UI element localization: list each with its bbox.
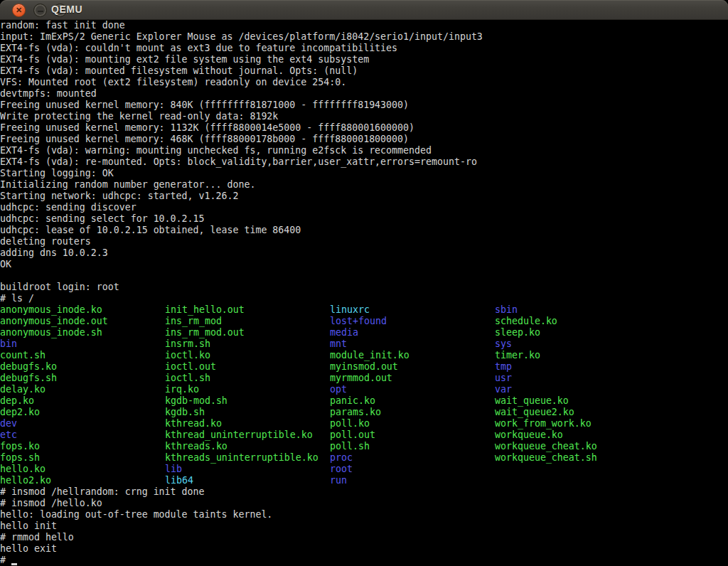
file-entry: myrmmod.out [330,373,392,384]
file-entry: hello.ko [0,464,46,475]
terminal-line: adding dns 10.0.2.3 [0,247,728,259]
terminal-line: Starting logging: OK [0,168,728,179]
ls-row: anonymous_inode.shins_rm_mod.outmediasle… [0,327,728,338]
terminal-line: hello init [0,520,728,532]
terminal-line: udhcpc: sending discover [0,202,728,213]
file-entry: schedule.ko [495,316,557,327]
ls-row: bininsrm.shmntsys [0,338,728,350]
terminal-screen[interactable]: random: fast init doneinput: ImExPS/2 Ge… [0,20,728,566]
prompt-line: # [0,555,728,566]
file-entry: poll.ko [330,418,370,429]
ls-row: fops.kokthreads.kopoll.shworkqueue_cheat… [0,441,728,452]
terminal-line: # rmmod hello [0,532,728,543]
terminal-line [0,270,728,282]
file-entry: anonymous_inode.out [0,316,108,327]
ls-row: count.shioctl.komodule_init.kotimer.ko [0,350,728,361]
ls-row: dep2.kokgdb.shparams.kowait_queue2.ko [0,407,728,418]
file-entry: sleep.ko [495,327,540,338]
ls-row: fops.shkthreads_uninterruptible.koprocwo… [0,452,728,464]
file-entry: insrm.sh [165,338,210,350]
file-entry: init_hello.out [165,304,245,316]
file-entry: kthreads.ko [165,441,228,452]
file-entry: myinsmod.out [330,361,398,373]
terminal-line: devtmpfs: mounted [0,88,728,100]
file-entry: sys [495,338,512,350]
file-entry: fops.sh [0,452,40,464]
file-entry: workqueue_cheat.sh [495,452,597,464]
file-entry: root [330,464,353,475]
terminal-line: EXT4-fs (vda): mounted filesystem withou… [0,65,728,77]
file-entry: ioctl.out [165,361,216,373]
file-entry: dep.ko [0,395,34,407]
file-entry: delay.ko [0,384,46,395]
file-entry: kthread.ko [165,418,222,429]
file-entry: fops.ko [0,441,40,452]
file-entry: media [330,327,358,338]
ls-output: anonymous_inode.koinit_hello.outlinuxrcs… [0,304,728,486]
file-entry: poll.sh [330,441,370,452]
ls-row: hello.kolibroot [0,464,728,475]
ls-row: delay.koirq.kooptvar [0,384,728,395]
ls-row: debugfs.koioctl.outmyinsmod.outtmp [0,361,728,373]
file-entry: poll.out [330,429,375,441]
terminal-line: Freeing unused kernel memory: 840K (ffff… [0,100,728,111]
prompt-text: # [0,555,11,565]
file-entry: run [330,475,347,486]
file-entry: workqueue_cheat.ko [495,441,597,452]
file-entry: kgdb-mod.sh [165,395,228,407]
file-entry: wait_queue2.ko [495,407,574,418]
ls-row: dep.kokgdb-mod.shpanic.kowait_queue.ko [0,395,728,407]
file-entry: ins_rm_mod [165,316,222,327]
ls-row: debugfs.shioctl.shmyrmmod.outusr [0,373,728,384]
terminal-line: EXT4-fs (vda): warning: mounting uncheck… [0,145,728,156]
file-entry: count.sh [0,350,46,361]
window-titlebar[interactable]: ✕ QEMU [0,0,728,20]
qemu-window: ✕ QEMU random: fast init doneinput: ImEx… [0,0,728,566]
file-entry: lib64 [165,475,193,486]
file-entry: tmp [495,361,512,373]
terminal-line: # insmod /hello.ko [0,498,728,509]
file-entry: lost+found [330,316,387,327]
file-entry: proc [330,452,353,464]
file-entry: irq.ko [165,384,199,395]
terminal-line: OK [0,259,728,270]
file-entry: params.ko [330,407,381,418]
terminal-line: EXT4-fs (vda): re-mounted. Opts: block_v… [0,156,728,168]
terminal-line: hello: loading out-of-tree module taints… [0,509,728,520]
terminal-line: # ls / [0,293,728,304]
boot-lines: random: fast init doneinput: ImExPS/2 Ge… [0,20,728,304]
file-entry: debugfs.ko [0,361,57,373]
terminal-line: hello exit [0,543,728,555]
file-entry: dep2.ko [0,407,40,418]
file-entry: panic.ko [330,395,375,407]
terminal-line: random: fast init done [0,20,728,31]
file-entry: ioctl.ko [165,350,210,361]
terminal-line: udhcpc: sending select for 10.0.2.15 [0,213,728,225]
file-entry: mnt [330,338,347,350]
terminal-line: # insmod /hellrandom: crng init done [0,486,728,498]
window-title: QEMU [51,0,82,20]
file-entry: kthreads_uninterruptible.ko [165,452,318,464]
file-entry: kgdb.sh [165,407,205,418]
terminal-line: Write protecting the kernel read-only da… [0,111,728,122]
text-cursor [11,563,17,565]
minimize-button[interactable] [33,4,47,17]
file-entry: wait_queue.ko [495,395,569,407]
file-entry: timer.ko [495,350,540,361]
terminal-line: Freeing unused kernel memory: 1132K (fff… [0,122,728,134]
terminal-line: buildroot login: root [0,282,728,293]
ls-row: devkthread.kopoll.kowork_from_work.ko [0,418,728,429]
terminal-line: EXT4-fs (vda): couldn't mount as ext3 du… [0,43,728,54]
file-entry: module_init.ko [330,350,410,361]
file-entry: anonymous_inode.ko [0,304,102,316]
ls-row: anonymous_inode.koinit_hello.outlinuxrcs… [0,304,728,316]
ls-row: etckthread_uninterruptible.kopoll.outwor… [0,429,728,441]
file-entry: work_from_work.ko [495,418,592,429]
file-entry: dev [0,418,17,429]
file-entry: ioctl.sh [165,373,210,384]
file-entry: ins_rm_mod.out [165,327,245,338]
file-entry: etc [0,429,17,441]
ls-row: anonymous_inode.outins_rm_modlost+founds… [0,316,728,327]
close-button[interactable]: ✕ [12,4,26,17]
minimize-icon [38,11,43,12]
